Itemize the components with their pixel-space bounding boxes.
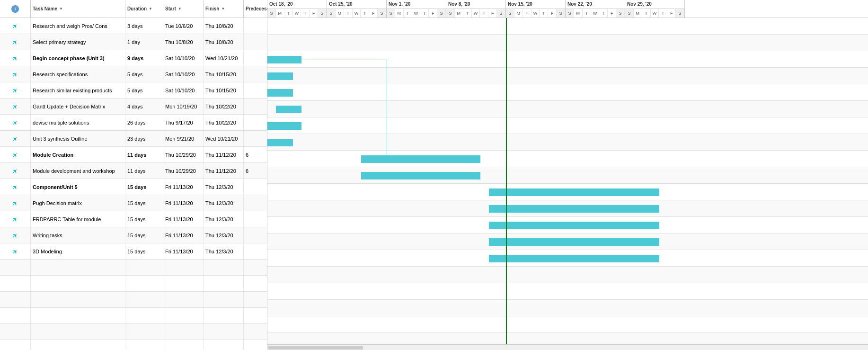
cell-duration: 15 days [125,211,163,227]
day-label: F [608,9,616,18]
gantt-scrollbar[interactable] [267,344,868,350]
gantt-bar [267,89,293,97]
cell-mode: ✈ [0,82,31,98]
cell-task-name: 3D Modeling [31,243,125,259]
scrollbar-thumb[interactable] [268,346,363,350]
col-header-task-mode[interactable]: i [0,0,31,18]
cell-mode: ✈ [0,115,31,130]
gantt-container: i Task Name ▼ Duration ▼ Start ▼ [0,0,868,350]
day-label: T [599,9,608,18]
week-label: Nov 29, '20 [625,0,684,9]
day-label: S [327,9,336,18]
gantt-bar [489,205,659,213]
day-label: T [301,9,310,18]
cell-duration: 3 days [125,18,163,34]
cell-start: Thu 10/29/20 [163,147,204,162]
cell-finish: Thu 12/3/20 [204,195,244,211]
week-label: Nov 8, '20 [446,0,505,9]
gantt-row [267,333,868,344]
day-label: M [336,9,344,18]
day-label: W [591,9,600,18]
cell-predecessors [244,50,267,66]
cell-predecessors [244,82,267,98]
gantt-bar [489,255,659,262]
gantt-bar [267,56,301,63]
task-row: ✈ Research similar existing products 5 d… [0,82,267,99]
gantt-bar [489,188,659,196]
day-label: T [344,9,353,18]
task-row-empty [0,292,267,308]
gantt-connector-vertical [387,60,387,159]
day-label: W [412,9,421,18]
cell-duration: 1 day [125,34,163,50]
cell-task-name: Research and weigh Pros/ Cons [31,18,125,34]
cell-duration: 23 days [125,131,163,146]
gantt-row [267,84,868,101]
cell-task-name: Component/Unit 5 [31,179,125,195]
task-row: ✈ Research and weigh Pros/ Cons 3 days T… [0,18,267,34]
cell-finish: Wed 10/21/20 [204,131,244,146]
day-label: M [574,9,583,18]
cell-predecessors [244,227,267,243]
cell-predecessors [244,211,267,227]
pin-icon: ✈ [10,86,20,95]
cell-mode: ✈ [0,243,31,259]
task-row-empty [0,308,267,324]
today-line [506,18,507,344]
task-row-empty [0,340,267,350]
day-label: F [548,9,557,18]
cell-duration: 15 days [125,179,163,195]
day-label: M [395,9,404,18]
gantt-row [267,316,868,333]
cell-start: Fri 11/13/20 [163,227,204,243]
day-label: T [284,9,293,18]
cell-predecessors [244,66,267,82]
week-label: Nov 1, '20 [387,0,446,9]
cell-duration: 5 days [125,82,163,98]
day-label: S [387,9,395,18]
day-label: S [267,9,276,18]
cell-predecessors: 6 [244,163,267,179]
pin-icon: ✈ [10,70,20,79]
gantt-bar [361,172,480,179]
cell-duration: 15 days [125,243,163,259]
cell-finish: Thu 10/8/20 [204,18,244,34]
cell-finish: Thu 12/3/20 [204,227,244,243]
day-label: M [455,9,463,18]
cell-mode: ✈ [0,211,31,227]
cell-mode: ✈ [0,34,31,50]
col-header-task-name[interactable]: Task Name ▼ [31,0,125,18]
col-header-duration[interactable]: Duration ▼ [125,0,163,18]
col-header-start[interactable]: Start ▼ [163,0,204,18]
day-label: T [420,9,429,18]
week-group: Nov 8, '20SMTWTFS [446,0,506,18]
day-label: S [506,9,514,18]
col-header-finish[interactable]: Finish ▼ [204,0,244,18]
cell-predecessors [244,115,267,130]
cell-mode: ✈ [0,163,31,179]
cell-duration: 26 days [125,115,163,130]
pin-icon: ✈ [10,215,20,224]
cell-predecessors [244,243,267,259]
gantt-rows-wrapper [267,18,868,344]
gantt-chart: Oct 18, '20SMTWTFSOct 25, '20SMTWTFSNov … [267,0,868,350]
day-label: T [583,9,591,18]
start-filter-arrow: ▼ [178,7,182,11]
cell-mode: ✈ [0,66,31,82]
day-label: F [429,9,437,18]
day-label: F [369,9,378,18]
cell-mode: ✈ [0,227,31,243]
cell-mode: ✈ [0,18,31,34]
cell-finish: Thu 12/3/20 [204,211,244,227]
cell-predecessors: 6 [244,147,267,162]
gantt-connector-horizontal [301,60,387,60]
pin-icon: ✈ [10,150,20,160]
gantt-bar [489,238,659,246]
cell-finish: Thu 12/3/20 [204,243,244,259]
gantt-bar [267,139,293,146]
cell-task-name: Select primary strategy [31,34,125,50]
gantt-bar [267,72,293,80]
pin-icon: ✈ [10,134,20,144]
day-label: T [361,9,369,18]
cell-start: Sat 10/10/20 [163,82,204,98]
